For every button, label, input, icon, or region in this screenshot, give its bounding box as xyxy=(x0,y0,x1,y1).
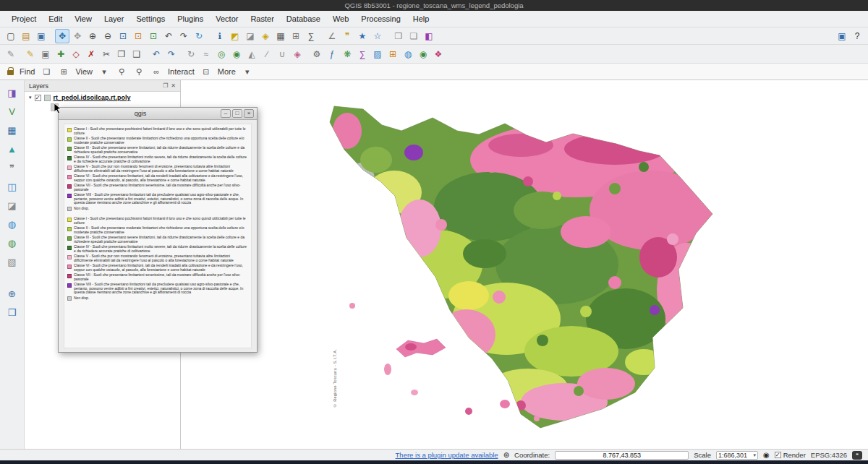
zoom-last-icon[interactable]: ↶ xyxy=(161,29,176,43)
processing-toolbox-icon[interactable]: ⚙ xyxy=(310,47,324,61)
add-raster-layer-icon[interactable]: ▦ xyxy=(6,124,19,137)
add-wfs-layer-icon[interactable]: ◍ xyxy=(6,236,19,249)
statistics-icon[interactable]: ∑ xyxy=(355,47,370,61)
target-icon[interactable]: ⊡ xyxy=(200,67,212,77)
plugin-update-link[interactable]: There is a plugin update available xyxy=(396,451,498,459)
undo-icon[interactable]: ↶ xyxy=(149,47,163,61)
snapping-options-icon[interactable]: ◈ xyxy=(290,47,305,61)
menu-database[interactable]: Database xyxy=(281,12,326,25)
layer-name[interactable]: rt_pedol.idsoilcap.rt.poly xyxy=(54,94,131,101)
menu-web[interactable]: Web xyxy=(327,12,354,25)
menu-vector[interactable]: Vector xyxy=(210,12,244,25)
osm-place-search-icon[interactable]: ⊕ xyxy=(6,287,19,300)
layout-manager-icon[interactable]: ❏ xyxy=(407,29,421,43)
pin-alt-icon[interactable]: ⚲ xyxy=(133,67,145,77)
deselect-features-icon[interactable]: ◪ xyxy=(243,29,258,43)
render-checkbox[interactable]: ✓ Render xyxy=(775,451,806,459)
window-titlebar[interactable]: QGIS 8b53001 - regione_toscana_wms_legen… xyxy=(0,0,868,11)
pan-map-icon[interactable]: ✥ xyxy=(55,29,69,43)
scale-combo[interactable]: 1:686,301 ▾ xyxy=(716,451,758,460)
plugin-misc-icon[interactable]: ❖ xyxy=(431,47,446,61)
find-label[interactable]: Find xyxy=(20,67,35,76)
cut-features-icon[interactable]: ✂ xyxy=(99,47,114,61)
zoom-out-icon[interactable]: ⊖ xyxy=(101,29,115,43)
menu-plugins[interactable]: Plugins xyxy=(171,12,209,25)
coordinate-input[interactable]: 8.767,43.853 xyxy=(555,451,689,460)
menu-processing[interactable]: Processing xyxy=(355,12,406,25)
project-save-icon[interactable]: ▣ xyxy=(34,29,48,43)
new-bookmark-icon[interactable]: ★ xyxy=(355,29,370,43)
float-panel-icon[interactable]: ❐ xyxy=(163,82,168,89)
menu-settings[interactable]: Settings xyxy=(130,12,171,25)
pin-icon[interactable]: ⚲ xyxy=(116,67,127,77)
rotate-feature-icon[interactable]: ↻ xyxy=(184,47,198,61)
maximize-button[interactable]: □ xyxy=(232,109,242,118)
zoom-next-icon[interactable]: ↷ xyxy=(176,29,191,43)
reshape-features-icon[interactable]: ◭ xyxy=(244,47,259,61)
more-chevron-icon[interactable]: ▾ xyxy=(242,67,253,77)
new-shapefile-icon[interactable]: ▧ xyxy=(6,255,19,268)
georeferencer-icon[interactable]: ⊞ xyxy=(386,47,400,61)
minimize-button[interactable]: – xyxy=(221,109,231,118)
new-print-layout-icon[interactable]: ❒ xyxy=(391,29,406,43)
close-button[interactable]: × xyxy=(244,109,254,118)
add-delimited-text-icon[interactable]: ❞ xyxy=(6,161,19,174)
open-attribute-table-icon[interactable]: ▦ xyxy=(273,29,288,43)
crs-indicator[interactable]: EPSG:4326 xyxy=(811,451,847,459)
delete-selected-icon[interactable]: ✗ xyxy=(84,47,98,61)
menu-project[interactable]: Project xyxy=(6,12,42,25)
field-calculator-icon[interactable]: ⊞ xyxy=(289,29,303,43)
menu-layer[interactable]: Layer xyxy=(98,12,130,25)
add-postgis-layer-icon[interactable]: ◫ xyxy=(6,180,19,193)
paste-features-icon[interactable]: ❑ xyxy=(129,47,144,61)
lock-scale-icon[interactable]: ◉ xyxy=(763,451,770,459)
add-wms-layer-icon[interactable]: ◍ xyxy=(6,218,19,231)
metasearch-icon[interactable]: ◍ xyxy=(401,47,415,61)
map-refresh-icon[interactable]: ↻ xyxy=(192,29,206,43)
elements-grid-icon[interactable]: ⊞ xyxy=(58,67,69,77)
style-manager-icon[interactable]: ◧ xyxy=(422,29,436,43)
data-source-manager-icon[interactable]: ◨ xyxy=(6,86,19,99)
copy-features-icon[interactable]: ❐ xyxy=(114,47,129,61)
grass-tools-icon[interactable]: ❋ xyxy=(340,47,354,61)
split-features-icon[interactable]: ∕ xyxy=(260,47,274,61)
zoom-full-icon[interactable]: ⊡ xyxy=(116,29,130,43)
fill-ring-icon[interactable]: ◉ xyxy=(229,47,244,61)
statistical-summary-icon[interactable]: ∑ xyxy=(304,29,318,43)
select-by-expression-icon[interactable]: ◈ xyxy=(258,29,273,43)
add-feature-icon[interactable]: ✚ xyxy=(54,47,68,61)
project-open-icon[interactable]: ▤ xyxy=(19,29,33,43)
map-tips-icon[interactable]: ❞ xyxy=(340,29,354,43)
map-canvas[interactable]: © Regione Toscana - S.I.T.A. xyxy=(181,80,868,449)
screenshot-icon[interactable]: ❏ xyxy=(41,67,52,77)
layer-tree-item[interactable]: ▾ ✓ rt_pedol.idsoilcap.rt.poly xyxy=(25,92,180,103)
link-icon[interactable]: ∞ xyxy=(150,67,162,76)
menu-raster[interactable]: Raster xyxy=(244,12,279,25)
zoom-in-icon[interactable]: ⊕ xyxy=(85,29,100,43)
interpolation-icon[interactable]: ▨ xyxy=(370,47,385,61)
view-label[interactable]: View xyxy=(75,67,93,76)
zoom-to-selection-icon[interactable]: ⊡ xyxy=(131,29,145,43)
merge-features-icon[interactable]: ∪ xyxy=(275,47,289,61)
interact-label[interactable]: Interact xyxy=(168,67,195,76)
python-console-icon[interactable]: ▣ xyxy=(835,29,849,43)
add-spatialite-layer-icon[interactable]: ◪ xyxy=(6,199,19,212)
chevron-down-icon[interactable]: ▾ xyxy=(98,67,110,77)
expander-icon[interactable]: ▾ xyxy=(29,95,32,100)
select-features-icon[interactable]: ◩ xyxy=(228,29,242,43)
layer-visibility-checkbox[interactable]: ✓ xyxy=(35,95,41,101)
messages-icon[interactable]: ❝ xyxy=(852,451,862,460)
more-label[interactable]: More xyxy=(218,67,236,76)
plugin-icon[interactable]: ⊛ xyxy=(503,451,509,459)
menu-help[interactable]: Help xyxy=(407,12,435,25)
identify-features-icon[interactable]: ℹ xyxy=(213,29,227,43)
save-layer-edits-icon[interactable]: ▣ xyxy=(38,47,53,61)
zoom-to-layer-icon[interactable]: ⊡ xyxy=(146,29,161,43)
add-mesh-layer-icon[interactable]: ▲ xyxy=(6,142,19,155)
measure-line-icon[interactable]: ∠ xyxy=(325,29,339,43)
osm-tools-icon[interactable]: ◉ xyxy=(416,47,430,61)
current-edits-icon[interactable]: ✎ xyxy=(4,47,18,61)
close-panel-icon[interactable]: ✕ xyxy=(171,82,176,89)
python-editor-icon[interactable]: ƒ xyxy=(325,47,339,61)
vertex-tool-icon[interactable]: ◇ xyxy=(69,47,83,61)
